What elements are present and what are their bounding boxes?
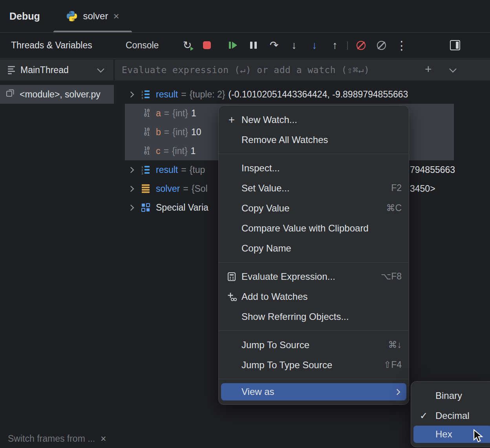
menu-item-set-value[interactable]: Set Value... F2 (219, 178, 409, 198)
menu-item-copy-name[interactable]: Copy Name (219, 238, 409, 258)
menu-item-jump-to-source[interactable]: Jump To Source ⌘↓ (219, 335, 409, 355)
kebab-glyph: ⋮ (396, 39, 408, 52)
submenu-item-decimal[interactable]: ✓ Decimal (411, 406, 490, 426)
disable-tracking-icon[interactable] (374, 38, 388, 52)
int-icon: 1001 (142, 108, 152, 118)
menu-item-remove-all-watches[interactable]: Remove All Watches (219, 130, 409, 150)
resume-icon[interactable] (226, 38, 240, 52)
crossed-gray-circle (377, 41, 386, 50)
expand-chevron-icon[interactable] (128, 186, 134, 192)
menu-separator (219, 154, 409, 154)
variable-type: {int} (172, 146, 188, 156)
menu-item-label: Inspect... (241, 163, 280, 174)
step-over-glyph: ↷ (270, 39, 279, 51)
variable-type: {tup (190, 165, 205, 175)
object-icon (141, 184, 151, 194)
step-into-my-code-icon[interactable]: ↓ (307, 38, 322, 52)
menu-item-evaluate-expression[interactable]: Evaluate Expression... ⌥F8 (219, 266, 409, 286)
step-over-icon[interactable]: ↷ (267, 38, 281, 52)
tab-label: solver (83, 11, 108, 22)
variable-row-result[interactable]: 123 result={tuple: 2}(-0.101020514433644… (114, 85, 490, 104)
mute-breakpoints-icon[interactable] (354, 38, 368, 52)
rerun-play-badge (190, 47, 194, 51)
menu-item-label: Remove All Watches (241, 134, 328, 145)
submenu-item-label: Decimal (435, 410, 470, 421)
menu-item-label: Evaluate Expression... (241, 271, 335, 282)
stop-icon[interactable] (200, 38, 214, 52)
expand-chevron-icon[interactable] (128, 167, 134, 173)
equals-sign: = (181, 165, 186, 175)
menu-item-show-referring-objects[interactable]: Show Referring Objects... (219, 307, 409, 327)
menu-item-label: Set Value... (241, 183, 289, 194)
debugger-toolbar: Threads & Variables Console ↻ ↷ ↓ ↓ ↑ ⋮ (0, 33, 490, 59)
header: Debug solver × (0, 0, 490, 33)
equals-sign: = (164, 146, 169, 156)
svg-text:3: 3 (141, 172, 143, 175)
pause-bar (254, 42, 257, 49)
close-hint-icon[interactable]: × (101, 433, 106, 444)
check-icon: ✓ (420, 410, 428, 421)
menu-item-label: Jump To Source (241, 340, 309, 351)
add-watch-icon[interactable]: + (425, 62, 432, 76)
menu-item-new-watch[interactable]: + New Watch... (219, 110, 409, 130)
tab-threads-variables[interactable]: Threads & Variables (11, 33, 92, 58)
close-tab-icon[interactable]: × (113, 11, 119, 21)
submenu-item-binary[interactable]: Binary (411, 386, 490, 406)
menu-item-jump-to-type-source[interactable]: Jump To Type Source ⇧F4 (219, 355, 409, 375)
layout-glyph (450, 40, 460, 50)
frames-hint-text: Switch frames from ... (8, 433, 94, 444)
menu-item-inspect[interactable]: Inspect... (219, 158, 409, 178)
evaluate-placeholder: Evaluate expression (↵) or add a watch (… (122, 65, 369, 75)
tab-solver[interactable]: solver × (53, 0, 132, 32)
threads-icon (8, 66, 15, 74)
menu-item-compare-value-with-clipboard[interactable]: Compare Value with Clipboard (219, 218, 409, 238)
menu-item-view-as[interactable]: View as (221, 383, 406, 400)
menu-item-add-to-watches[interactable]: Add to Watches (219, 286, 409, 307)
menu-item-copy-value[interactable]: Copy Value ⌘C (219, 198, 409, 218)
step-into-icon[interactable]: ↓ (287, 38, 301, 52)
special-variables-icon (141, 202, 151, 213)
rerun-icon[interactable]: ↻ (180, 38, 194, 52)
menu-item-label: New Watch... (241, 114, 297, 125)
more-options-icon[interactable]: ⋮ (395, 38, 409, 52)
chevron-down-icon[interactable] (449, 65, 456, 72)
variable-name: result (156, 89, 178, 100)
variable-type: {tuple: 2} (190, 89, 225, 100)
submenu-item-label: Binary (435, 390, 462, 401)
variable-type: {int} (172, 127, 188, 138)
menu-separator (219, 379, 409, 379)
svg-text:3: 3 (141, 96, 143, 99)
int-icon: 1001 (142, 127, 152, 137)
menu-item-label: Jump To Type Source (241, 360, 332, 371)
variable-type: {int} (172, 108, 188, 119)
menu-item-label: Compare Value with Clipboard (241, 223, 369, 234)
tuple-icon: 123 (141, 165, 151, 175)
variable-value: (-0.10102051443364424, -9.8989794855663 (229, 89, 408, 100)
pause-icon[interactable] (246, 38, 260, 52)
stack-frame-item[interactable]: <module>, solver.py (0, 85, 114, 104)
add-to-watches-icon (225, 286, 238, 307)
resume-bar (229, 42, 231, 49)
thread-selector[interactable]: MainThread (0, 59, 113, 81)
frame-icon (5, 88, 15, 100)
variable-value-fragment: 3450> (410, 179, 435, 198)
pause-bar (250, 42, 252, 49)
variable-value: 1 (191, 108, 196, 119)
variable-name: b (156, 127, 161, 138)
variable-name: Special Varia (156, 202, 208, 213)
submenu-item-label: Hex (435, 429, 452, 440)
step-out-icon[interactable]: ↑ (328, 38, 342, 52)
layout-settings-icon[interactable] (448, 38, 462, 52)
menu-item-shortcut: ⌥F8 (381, 271, 402, 282)
variable-type: {Sol (192, 184, 208, 194)
step-into-my-code-glyph: ↓ (312, 39, 317, 51)
evaluate-expression-bar[interactable]: Evaluate expression (↵) or add a watch (… (115, 59, 490, 81)
tab-console[interactable]: Console (126, 33, 159, 58)
add-icon: + (225, 110, 238, 130)
mouse-cursor (472, 429, 485, 445)
equals-sign: = (181, 89, 186, 100)
step-out-glyph: ↑ (332, 39, 338, 51)
expand-chevron-icon[interactable] (128, 205, 134, 211)
variable-name: c (156, 146, 161, 156)
expand-chevron-icon[interactable] (128, 92, 134, 98)
